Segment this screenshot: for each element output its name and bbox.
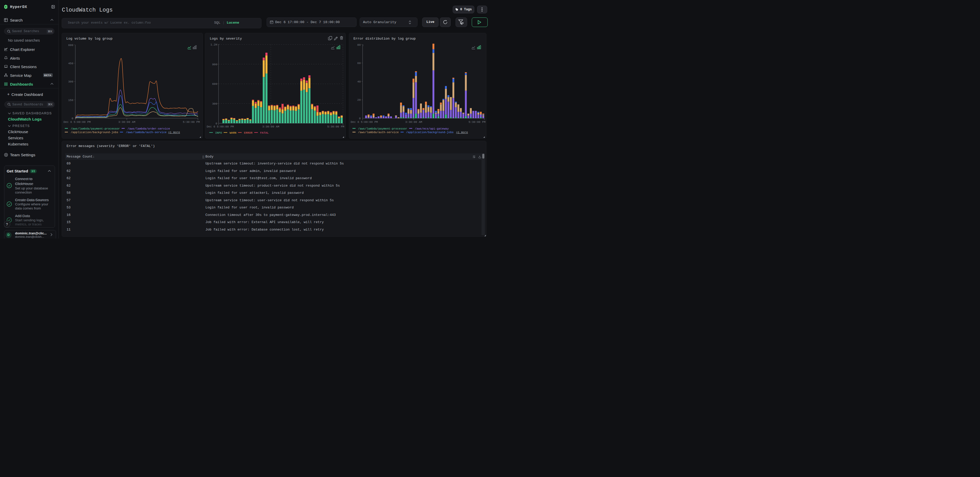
svg-text:/aws/ecs/api-gateway: /aws/ecs/api-gateway xyxy=(415,127,449,130)
svg-text:FATAL: FATAL xyxy=(260,131,269,134)
svg-text:0: 0 xyxy=(359,117,361,120)
svg-text:/application/background-jobs: /application/background-jobs xyxy=(71,131,118,134)
svg-text:600: 600 xyxy=(68,44,73,47)
svg-text:600: 600 xyxy=(212,83,217,86)
svg-text:Dec 6 5:00:00 PM: Dec 6 5:00:00 PM xyxy=(351,121,378,124)
svg-text:ERROR: ERROR xyxy=(244,131,253,134)
svg-text:3:30:00 AM: 3:30:00 AM xyxy=(262,125,279,128)
svg-text:Logs by severity: Logs by severity xyxy=(210,37,242,41)
svg-text:5:30:00 PM: 5:30:00 PM xyxy=(183,121,200,124)
svg-text:Log volume by log group: Log volume by log group xyxy=(66,37,112,41)
svg-text:+1 more: +1 more xyxy=(456,131,468,134)
svg-text:150: 150 xyxy=(68,99,73,102)
svg-text:60: 60 xyxy=(357,62,360,65)
svg-text:Dec 6 5:00:00 PM: Dec 6 5:00:00 PM xyxy=(64,121,91,124)
svg-text:Dec 6 5:00:00 PM: Dec 6 5:00:00 PM xyxy=(207,125,234,128)
svg-text:3:30:00 AM: 3:30:00 AM xyxy=(405,121,422,124)
svg-text:+1 more: +1 more xyxy=(168,131,180,134)
svg-text:0: 0 xyxy=(215,122,217,125)
svg-text:80: 80 xyxy=(357,43,360,46)
svg-text:40: 40 xyxy=(357,80,360,83)
svg-text:450: 450 xyxy=(68,62,73,65)
svg-text:0: 0 xyxy=(72,117,73,120)
svg-text:900: 900 xyxy=(212,63,217,66)
svg-text:300: 300 xyxy=(68,80,73,83)
svg-text:/aws/lambda/auth-service: /aws/lambda/auth-service xyxy=(126,131,167,134)
svg-text:/application/background-jobs: /application/background-jobs xyxy=(406,131,453,134)
svg-text:5:30:00 PM: 5:30:00 PM xyxy=(327,125,344,128)
svg-text:WARN: WARN xyxy=(229,131,236,134)
svg-text:5:30:00 PM: 5:30:00 PM xyxy=(468,121,485,124)
svg-text:Error distribution by log grou: Error distribution by log group xyxy=(353,37,416,41)
svg-text:1.2K: 1.2K xyxy=(210,43,218,46)
svg-text:3:30:00 AM: 3:30:00 AM xyxy=(118,121,135,124)
svg-text:/aws/lambda/auth-service: /aws/lambda/auth-service xyxy=(358,131,398,134)
svg-text:20: 20 xyxy=(357,99,360,102)
svg-text:/aws/lambda/order-service: /aws/lambda/order-service xyxy=(127,127,170,130)
svg-text:300: 300 xyxy=(212,102,217,105)
svg-text:/aws/lambda/payment-processor: /aws/lambda/payment-processor xyxy=(71,127,120,130)
svg-text:INFO: INFO xyxy=(215,131,222,134)
svg-text:/aws/lambda/payment-processor: /aws/lambda/payment-processor xyxy=(358,127,407,130)
